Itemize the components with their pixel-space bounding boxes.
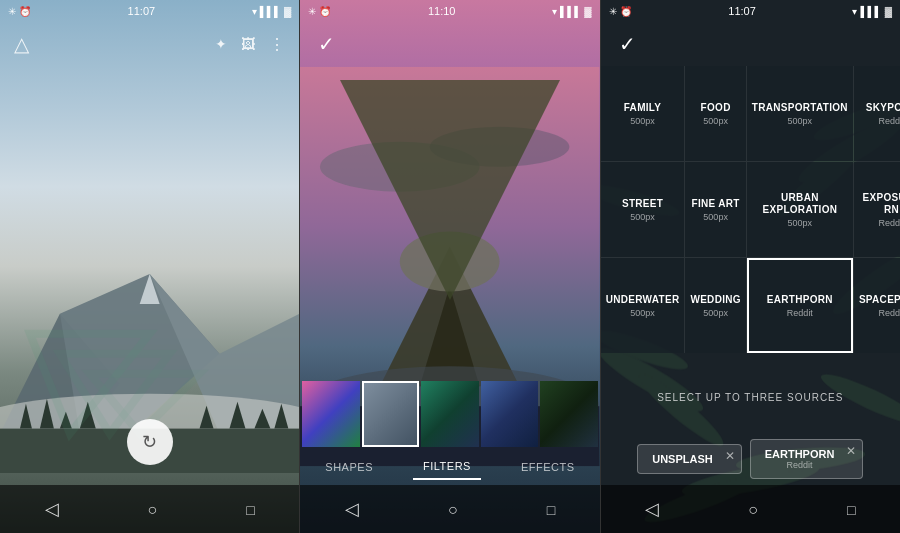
wifi-icon: ▾: [252, 6, 257, 17]
bluetooth-icon-3: ✳: [609, 6, 617, 17]
check-icon-3[interactable]: ✓: [619, 32, 636, 56]
status-time-1: 11:07: [128, 5, 156, 17]
source-name-urban: URBAN EXPLORATION: [752, 192, 848, 216]
logo-triangle-icon: △: [14, 32, 29, 56]
source-sub-street: 500px: [630, 212, 655, 222]
recents-button-2[interactable]: [547, 499, 555, 520]
chip-unsplash[interactable]: UNSPLASH ✕: [637, 444, 742, 474]
thumb-filter-2[interactable]: [362, 381, 419, 447]
source-cell-exposure[interactable]: EXPOSURE RNReddit: [854, 162, 900, 257]
signal-icon: ▌▌▌: [260, 6, 281, 17]
tab-effects[interactable]: EFFECTS: [511, 455, 585, 479]
more-options-icon[interactable]: ⋮: [269, 35, 285, 54]
home-button-1[interactable]: [148, 499, 158, 520]
source-name-street: STREET: [622, 198, 663, 210]
home-button-3[interactable]: [748, 499, 758, 520]
wifi-icon-3: ▾: [852, 6, 857, 17]
nav-bar-2: [300, 485, 599, 533]
home-button-2[interactable]: [448, 499, 458, 520]
panel2-tabs: SHAPES FILTERS EFFECTS: [300, 449, 599, 485]
source-name-skyporn: SKYPORN: [866, 102, 900, 114]
source-cell-food[interactable]: FOOD500px: [685, 66, 745, 161]
panel3-toolbar: ✓: [601, 22, 900, 66]
select-sources-label: SELECT UP TO THREE SOURCES: [601, 392, 900, 403]
status-time-3: 11:07: [728, 5, 756, 17]
chip-earthporn[interactable]: EARTHPORN Reddit ✕: [750, 439, 864, 479]
tab-filters[interactable]: FILTERS: [413, 454, 481, 480]
source-name-earthporn: EARTHPORN: [767, 294, 833, 306]
signal-icon-3: ▌▌▌: [860, 6, 881, 17]
source-cell-urban[interactable]: URBAN EXPLORATION500px: [747, 162, 853, 257]
source-cell-skyporn[interactable]: SKYPORNReddit: [854, 66, 900, 161]
status-right-icons: ▾ ▌▌▌ ▓: [252, 6, 292, 17]
source-cell-street[interactable]: STREET500px: [601, 162, 685, 257]
wifi-icon-2: ▾: [552, 6, 557, 17]
source-sub-underwater: 500px: [630, 308, 655, 318]
source-sub-spaceporn: Reddit: [879, 308, 900, 318]
chip-earthporn-name: EARTHPORN: [765, 448, 835, 460]
chip-unsplash-close[interactable]: ✕: [725, 449, 735, 463]
photo-icon[interactable]: 🖼: [241, 36, 255, 52]
thumb-filter-4[interactable]: [481, 381, 538, 447]
status-left-icons-3: ✳ ⏰: [609, 6, 632, 17]
source-sub-family: 500px: [630, 116, 655, 126]
source-sub-fineart: 500px: [703, 212, 728, 222]
recents-button-1[interactable]: [246, 499, 254, 520]
source-name-underwater: UNDERWATER: [606, 294, 680, 306]
chip-earthporn-close[interactable]: ✕: [846, 444, 856, 458]
chip-unsplash-name: UNSPLASH: [652, 453, 713, 465]
source-name-fineart: FINE ART: [692, 198, 740, 210]
refresh-icon: ↻: [142, 431, 157, 453]
status-right-icons-2: ▾ ▌▌▌ ▓: [552, 6, 592, 17]
recents-button-3[interactable]: [847, 499, 855, 520]
selected-sources-bar: UNSPLASH ✕ EARTHPORN Reddit ✕: [601, 439, 900, 479]
panel2-toolbar: ✓: [300, 22, 599, 66]
back-button-1[interactable]: [45, 498, 59, 520]
panel-wallpaper: ✳ ⏰ 11:07 ▾ ▌▌▌ ▓ △ ✦ 🖼 ⋮ ↻: [0, 0, 299, 533]
tab-shapes[interactable]: SHAPES: [315, 455, 383, 479]
source-name-exposure: EXPOSURE RN: [859, 192, 900, 216]
status-bar-2: ✳ ⏰ 11:10 ▾ ▌▌▌ ▓: [300, 0, 599, 22]
bluetooth-icon-2: ✳: [308, 6, 316, 17]
check-icon-2[interactable]: ✓: [318, 32, 335, 56]
status-left-icons-2: ✳ ⏰: [308, 6, 331, 17]
status-bar-3: ✳ ⏰ 11:07 ▾ ▌▌▌ ▓: [601, 0, 900, 22]
source-cell-spaceporn[interactable]: SPACEPORNReddit: [854, 258, 900, 353]
source-sub-wedding: 500px: [703, 308, 728, 318]
wand-icon[interactable]: ✦: [215, 36, 227, 52]
source-sub-urban: 500px: [788, 218, 813, 228]
source-cell-earthporn[interactable]: EARTHPORNReddit: [747, 258, 853, 353]
panel-filters: ✳ ⏰ 11:10 ▾ ▌▌▌ ▓ ✓ SHAPES FILTERS EFFEC…: [299, 0, 599, 533]
source-cell-fineart[interactable]: FINE ART500px: [685, 162, 745, 257]
status-right-icons-3: ▾ ▌▌▌ ▓: [852, 6, 892, 17]
signal-icon-2: ▌▌▌: [560, 6, 581, 17]
alarm-icon: ⏰: [19, 6, 31, 17]
source-name-spaceporn: SPACEPORN: [859, 294, 900, 306]
source-sub-exposure: Reddit: [879, 218, 900, 228]
source-name-transportation: TRANSPORTATION: [752, 102, 848, 114]
alarm-icon-3: ⏰: [620, 6, 632, 17]
filter-thumbnails: [300, 379, 599, 449]
source-name-food: FOOD: [701, 102, 731, 114]
source-cell-wedding[interactable]: WEDDING500px: [685, 258, 745, 353]
nav-bar-1: [0, 485, 299, 533]
alarm-icon-2: ⏰: [319, 6, 331, 17]
source-sub-food: 500px: [703, 116, 728, 126]
refresh-button[interactable]: ↻: [127, 419, 173, 465]
chip-earthporn-sub: Reddit: [765, 460, 835, 470]
thumb-filter-5[interactable]: [540, 381, 597, 447]
status-bar-1: ✳ ⏰ 11:07 ▾ ▌▌▌ ▓: [0, 0, 299, 22]
back-button-2[interactable]: [345, 498, 359, 520]
source-cell-underwater[interactable]: UNDERWATER500px: [601, 258, 685, 353]
battery-icon-3: ▓: [885, 6, 892, 17]
source-cell-transportation[interactable]: TRANSPORTATION500px: [747, 66, 853, 161]
source-sub-earthporn: Reddit: [787, 308, 813, 318]
source-name-wedding: WEDDING: [690, 294, 740, 306]
inverted-triangle-shape: [340, 80, 560, 300]
thumb-filter-3[interactable]: [421, 381, 478, 447]
back-button-3[interactable]: [645, 498, 659, 520]
thumb-filter-1[interactable]: [302, 381, 359, 447]
panel-sources: ✳ ⏰ 11:07 ▾ ▌▌▌ ▓ ✓ FAMILY500pxFOOD500px…: [600, 0, 900, 533]
source-cell-family[interactable]: FAMILY500px: [601, 66, 685, 161]
status-left-icons: ✳ ⏰: [8, 6, 31, 17]
